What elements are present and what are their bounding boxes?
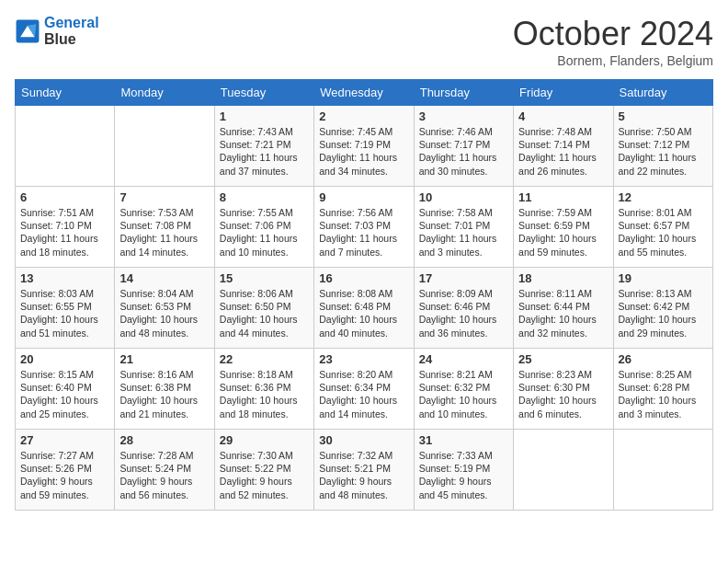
day-cell: 19Sunrise: 8:13 AMSunset: 6:42 PMDayligh… — [613, 268, 712, 349]
day-cell: 9Sunrise: 7:56 AMSunset: 7:03 PMDaylight… — [314, 187, 414, 268]
day-cell: 6Sunrise: 7:51 AMSunset: 7:10 PMDaylight… — [16, 187, 115, 268]
day-info: Sunrise: 7:56 AMSunset: 7:03 PMDaylight:… — [319, 206, 408, 259]
day-number: 21 — [119, 352, 209, 366]
day-cell: 11Sunrise: 7:59 AMSunset: 6:59 PMDayligh… — [514, 187, 613, 268]
calendar-table: SundayMondayTuesdayWednesdayThursdayFrid… — [15, 79, 713, 511]
day-cell: 12Sunrise: 8:01 AMSunset: 6:57 PMDayligh… — [613, 187, 712, 268]
day-cell: 31Sunrise: 7:33 AMSunset: 5:19 PMDayligh… — [414, 430, 513, 511]
header-cell-sunday: Sunday — [16, 80, 115, 106]
day-cell: 14Sunrise: 8:04 AMSunset: 6:53 PMDayligh… — [115, 268, 214, 349]
day-info: Sunrise: 7:58 AMSunset: 7:01 PMDaylight:… — [419, 206, 508, 259]
day-info: Sunrise: 8:15 AMSunset: 6:40 PMDaylight:… — [20, 368, 109, 420]
day-cell: 17Sunrise: 8:09 AMSunset: 6:46 PMDayligh… — [414, 268, 513, 349]
week-row-4: 20Sunrise: 8:15 AMSunset: 6:40 PMDayligh… — [16, 349, 713, 430]
day-info: Sunrise: 7:30 AMSunset: 5:22 PMDaylight:… — [220, 449, 309, 501]
day-cell: 25Sunrise: 8:23 AMSunset: 6:30 PMDayligh… — [514, 349, 613, 430]
day-info: Sunrise: 8:11 AMSunset: 6:44 PMDaylight:… — [518, 287, 608, 339]
day-cell: 29Sunrise: 7:30 AMSunset: 5:22 PMDayligh… — [214, 430, 313, 511]
day-number: 28 — [119, 433, 209, 447]
day-number: 7 — [119, 190, 209, 204]
day-cell: 23Sunrise: 8:20 AMSunset: 6:34 PMDayligh… — [314, 349, 414, 430]
header-cell-monday: Monday — [115, 80, 214, 106]
day-cell: 28Sunrise: 7:28 AMSunset: 5:24 PMDayligh… — [115, 430, 214, 511]
day-info: Sunrise: 7:48 AMSunset: 7:14 PMDaylight:… — [518, 125, 608, 178]
header-row: SundayMondayTuesdayWednesdayThursdayFrid… — [16, 80, 713, 106]
day-cell: 27Sunrise: 7:27 AMSunset: 5:26 PMDayligh… — [16, 430, 115, 511]
day-number: 30 — [319, 433, 408, 447]
day-cell: 2Sunrise: 7:45 AMSunset: 7:19 PMDaylight… — [314, 106, 414, 187]
week-row-5: 27Sunrise: 7:27 AMSunset: 5:26 PMDayligh… — [16, 430, 713, 511]
day-cell: 20Sunrise: 8:15 AMSunset: 6:40 PMDayligh… — [16, 349, 115, 430]
day-number: 3 — [419, 109, 508, 123]
day-info: Sunrise: 8:16 AMSunset: 6:38 PMDaylight:… — [119, 368, 209, 420]
day-info: Sunrise: 7:59 AMSunset: 6:59 PMDaylight:… — [518, 206, 608, 259]
day-info: Sunrise: 8:01 AMSunset: 6:57 PMDaylight:… — [619, 206, 708, 259]
day-info: Sunrise: 8:06 AMSunset: 6:50 PMDaylight:… — [220, 287, 309, 339]
day-number: 10 — [419, 190, 508, 204]
day-cell: 13Sunrise: 8:03 AMSunset: 6:55 PMDayligh… — [16, 268, 115, 349]
day-cell: 3Sunrise: 7:46 AMSunset: 7:17 PMDaylight… — [414, 106, 513, 187]
page-header: General Blue October 2024 Bornem, Flande… — [15, 15, 713, 68]
day-info: Sunrise: 7:45 AMSunset: 7:19 PMDaylight:… — [319, 125, 408, 178]
logo-text: General Blue — [44, 15, 99, 48]
day-info: Sunrise: 8:25 AMSunset: 6:28 PMDaylight:… — [619, 368, 708, 420]
day-number: 29 — [220, 433, 309, 447]
day-number: 8 — [220, 190, 309, 204]
day-info: Sunrise: 7:33 AMSunset: 5:19 PMDaylight:… — [419, 449, 508, 501]
day-number: 4 — [518, 109, 608, 123]
day-info: Sunrise: 8:20 AMSunset: 6:34 PMDaylight:… — [319, 368, 408, 420]
day-number: 16 — [319, 271, 408, 285]
day-number: 31 — [419, 433, 508, 447]
day-number: 12 — [619, 190, 708, 204]
day-info: Sunrise: 8:13 AMSunset: 6:42 PMDaylight:… — [619, 287, 708, 339]
day-info: Sunrise: 7:55 AMSunset: 7:06 PMDaylight:… — [220, 206, 309, 259]
day-number: 14 — [119, 271, 209, 285]
day-info: Sunrise: 7:51 AMSunset: 7:10 PMDaylight:… — [20, 206, 109, 259]
day-cell: 24Sunrise: 8:21 AMSunset: 6:32 PMDayligh… — [414, 349, 513, 430]
day-number: 15 — [220, 271, 309, 285]
day-cell: 5Sunrise: 7:50 AMSunset: 7:12 PMDaylight… — [613, 106, 712, 187]
header-cell-friday: Friday — [514, 80, 613, 106]
day-number: 11 — [518, 190, 608, 204]
week-row-3: 13Sunrise: 8:03 AMSunset: 6:55 PMDayligh… — [16, 268, 713, 349]
day-cell — [613, 430, 712, 511]
location: Bornem, Flanders, Belgium — [513, 53, 713, 68]
day-cell: 16Sunrise: 8:08 AMSunset: 6:48 PMDayligh… — [314, 268, 414, 349]
day-number: 13 — [20, 271, 109, 285]
day-number: 9 — [319, 190, 408, 204]
day-number: 6 — [20, 190, 109, 204]
day-info: Sunrise: 7:43 AMSunset: 7:21 PMDaylight:… — [220, 125, 309, 178]
day-cell — [514, 430, 613, 511]
month-title: October 2024 — [513, 15, 713, 53]
header-cell-thursday: Thursday — [414, 80, 513, 106]
day-cell: 26Sunrise: 8:25 AMSunset: 6:28 PMDayligh… — [613, 349, 712, 430]
day-number: 24 — [419, 352, 508, 366]
day-cell: 30Sunrise: 7:32 AMSunset: 5:21 PMDayligh… — [314, 430, 414, 511]
day-cell: 15Sunrise: 8:06 AMSunset: 6:50 PMDayligh… — [214, 268, 313, 349]
day-number: 1 — [220, 109, 309, 123]
day-info: Sunrise: 7:50 AMSunset: 7:12 PMDaylight:… — [619, 125, 708, 178]
day-info: Sunrise: 8:08 AMSunset: 6:48 PMDaylight:… — [319, 287, 408, 339]
day-cell: 18Sunrise: 8:11 AMSunset: 6:44 PMDayligh… — [514, 268, 613, 349]
day-cell: 22Sunrise: 8:18 AMSunset: 6:36 PMDayligh… — [214, 349, 313, 430]
day-cell: 7Sunrise: 7:53 AMSunset: 7:08 PMDaylight… — [115, 187, 214, 268]
day-number: 2 — [319, 109, 408, 123]
day-info: Sunrise: 7:46 AMSunset: 7:17 PMDaylight:… — [419, 125, 508, 178]
week-row-2: 6Sunrise: 7:51 AMSunset: 7:10 PMDaylight… — [16, 187, 713, 268]
day-number: 19 — [619, 271, 708, 285]
day-cell: 21Sunrise: 8:16 AMSunset: 6:38 PMDayligh… — [115, 349, 214, 430]
day-info: Sunrise: 8:09 AMSunset: 6:46 PMDaylight:… — [419, 287, 508, 339]
day-info: Sunrise: 8:04 AMSunset: 6:53 PMDaylight:… — [119, 287, 209, 339]
week-row-1: 1Sunrise: 7:43 AMSunset: 7:21 PMDaylight… — [16, 106, 713, 187]
day-number: 5 — [619, 109, 708, 123]
day-number: 17 — [419, 271, 508, 285]
day-cell: 8Sunrise: 7:55 AMSunset: 7:06 PMDaylight… — [214, 187, 313, 268]
day-info: Sunrise: 8:23 AMSunset: 6:30 PMDaylight:… — [518, 368, 608, 420]
header-cell-tuesday: Tuesday — [214, 80, 313, 106]
day-number: 18 — [518, 271, 608, 285]
header-cell-saturday: Saturday — [613, 80, 712, 106]
title-block: October 2024 Bornem, Flanders, Belgium — [513, 15, 713, 68]
day-info: Sunrise: 8:18 AMSunset: 6:36 PMDaylight:… — [220, 368, 309, 420]
day-cell — [16, 106, 115, 187]
day-info: Sunrise: 8:03 AMSunset: 6:55 PMDaylight:… — [20, 287, 109, 339]
